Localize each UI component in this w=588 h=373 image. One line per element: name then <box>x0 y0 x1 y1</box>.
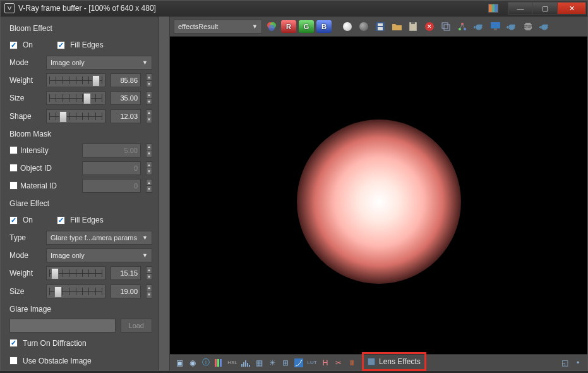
maximize-button[interactable]: ▢ <box>532 2 558 15</box>
bloom-weight-slider[interactable] <box>46 73 105 87</box>
curve-icon[interactable] <box>293 357 304 369</box>
diffraction-checkbox[interactable]: ✓ <box>9 339 18 347</box>
gray-sphere-icon[interactable] <box>357 20 371 34</box>
minimize-button[interactable]: — <box>508 2 533 15</box>
svg-rect-14 <box>494 28 497 30</box>
bloom-mode-select[interactable]: Image only▼ <box>46 56 152 70</box>
bloom-shape-value[interactable]: 12.03 <box>111 109 141 123</box>
glare-image-section-title: Glare Image <box>9 305 152 314</box>
pause-icon[interactable]: ⏸ <box>346 357 357 369</box>
white-sphere-icon[interactable] <box>340 20 354 34</box>
lens-effects-toggle[interactable]: Lens Effects <box>362 352 426 371</box>
bloom-size-value[interactable]: 35.00 <box>111 91 141 105</box>
h-icon[interactable]: H <box>320 357 331 369</box>
svg-rect-4 <box>378 23 383 26</box>
hsl-icon[interactable]: HSL <box>227 357 238 369</box>
glare-on-label: On <box>23 216 33 224</box>
viewport[interactable] <box>170 37 587 354</box>
glare-size-value[interactable]: 19.00 <box>111 284 141 298</box>
blue-channel-button[interactable]: B <box>316 20 332 33</box>
glare-weight-spinner[interactable]: ▲▼ <box>146 266 152 280</box>
expand-icon[interactable]: ◱ <box>559 357 570 369</box>
glare-type-select[interactable]: Glare type f...amera params▼ <box>46 231 152 245</box>
glare-fill-label: Fill Edges <box>70 216 104 224</box>
bloom-shape-label: Shape <box>9 112 41 121</box>
bloom-size-spinner[interactable]: ▲▼ <box>146 91 152 105</box>
glare-mode-select[interactable]: Image only▼ <box>46 248 152 262</box>
glare-size-spinner[interactable]: ▲▼ <box>146 284 152 298</box>
bloom-shape-slider[interactable] <box>46 109 105 123</box>
glare-section-title: Glare Effect <box>9 199 152 208</box>
obstacle-checkbox[interactable]: ✓ <box>9 357 18 365</box>
glare-weight-slider[interactable] <box>46 266 105 280</box>
glare-mode-label: Mode <box>9 251 41 260</box>
teapot-b-icon[interactable] <box>505 20 519 34</box>
bloom-shape-spinner[interactable]: ▲▼ <box>146 109 152 123</box>
bloom-on-label: On <box>23 40 33 49</box>
bars-icon[interactable] <box>213 357 225 369</box>
load-button[interactable]: Load <box>121 319 152 333</box>
green-channel-button[interactable]: G <box>299 20 314 33</box>
objectid-checkbox[interactable]: ✓ <box>9 164 18 172</box>
materialid-checkbox[interactable]: ✓ <box>9 181 18 190</box>
chevron-down-icon: ▼ <box>252 23 258 30</box>
crop-icon[interactable]: ✂ <box>333 357 344 369</box>
objectid-value[interactable]: 0 <box>82 161 141 175</box>
glare-weight-value[interactable]: 15.15 <box>111 266 141 280</box>
dot-icon[interactable]: • <box>572 357 584 369</box>
chevron-down-icon: ▼ <box>142 252 148 259</box>
svg-rect-17 <box>215 359 217 367</box>
rgb-icon[interactable] <box>265 20 279 34</box>
glare-size-slider[interactable] <box>46 284 105 298</box>
svg-rect-7 <box>411 22 415 24</box>
duplicate-icon[interactable] <box>439 20 453 34</box>
objectid-spinner[interactable]: ▲▼ <box>146 161 152 175</box>
bloom-size-label: Size <box>9 94 41 102</box>
red-channel-button[interactable]: R <box>281 20 296 33</box>
sidebar: Bloom Effect ✓ On ✓ Fill Edges Mode Imag… <box>1 16 159 370</box>
chevron-down-icon: ▼ <box>142 59 148 66</box>
bloom-weight-spinner[interactable]: ▲▼ <box>146 73 152 87</box>
teapot-a-icon[interactable] <box>472 20 486 34</box>
save-icon[interactable] <box>373 20 387 34</box>
intensity-spinner[interactable]: ▲▼ <box>146 144 152 157</box>
window-grid-icon[interactable] <box>488 4 498 13</box>
glare-weight-label: Weight <box>9 269 41 278</box>
bloom-fill-checkbox[interactable]: ✓ <box>57 41 65 49</box>
clipboard-icon[interactable] <box>406 20 420 34</box>
channel-select[interactable]: effectsResult▼ <box>174 20 262 34</box>
materialid-spinner[interactable]: ▲▼ <box>146 179 152 193</box>
link-icon[interactable] <box>455 20 469 34</box>
scrollbar[interactable] <box>159 16 170 370</box>
glare-fill-checkbox[interactable]: ✓ <box>57 216 65 224</box>
grid-icon[interactable]: ▦ <box>253 357 265 369</box>
screen-icon[interactable]: ▣ <box>174 357 185 369</box>
delete-icon[interactable]: ✕ <box>423 20 436 34</box>
lut-icon[interactable]: LUT <box>306 357 318 369</box>
bloom-on-checkbox[interactable]: ✓ <box>9 41 18 49</box>
bloom-weight-value[interactable]: 85.86 <box>111 73 141 87</box>
glare-on-checkbox[interactable]: ✓ <box>9 216 18 224</box>
target-icon[interactable]: ⊞ <box>280 357 291 369</box>
levels-icon[interactable] <box>240 357 251 369</box>
info-icon[interactable]: ⓘ <box>200 357 212 369</box>
objectid-label: Object ID <box>20 164 77 173</box>
globe-icon[interactable]: ◉ <box>187 357 198 369</box>
teapot-c-icon[interactable] <box>537 20 551 34</box>
intensity-value[interactable]: 5.00 <box>82 144 141 157</box>
bloom-size-slider[interactable] <box>46 91 105 105</box>
lens-effects-checkbox[interactable] <box>368 358 375 365</box>
bloom-mask-section-title: Bloom Mask <box>9 130 152 138</box>
intensity-checkbox[interactable]: ✓ <box>9 146 18 154</box>
bloom-weight-label: Weight <box>9 76 41 85</box>
glare-image-path[interactable] <box>9 319 116 333</box>
svg-rect-19 <box>220 359 222 367</box>
close-button[interactable]: ✕ <box>557 2 586 15</box>
monitor-icon[interactable] <box>488 20 502 34</box>
chevron-down-icon: ▼ <box>142 235 148 241</box>
svg-rect-18 <box>217 359 219 367</box>
materialid-value[interactable]: 0 <box>82 179 141 193</box>
folder-icon[interactable] <box>390 20 404 34</box>
brightness-icon[interactable]: ☀ <box>267 357 278 369</box>
stop-icon[interactable]: STOP <box>521 20 535 34</box>
